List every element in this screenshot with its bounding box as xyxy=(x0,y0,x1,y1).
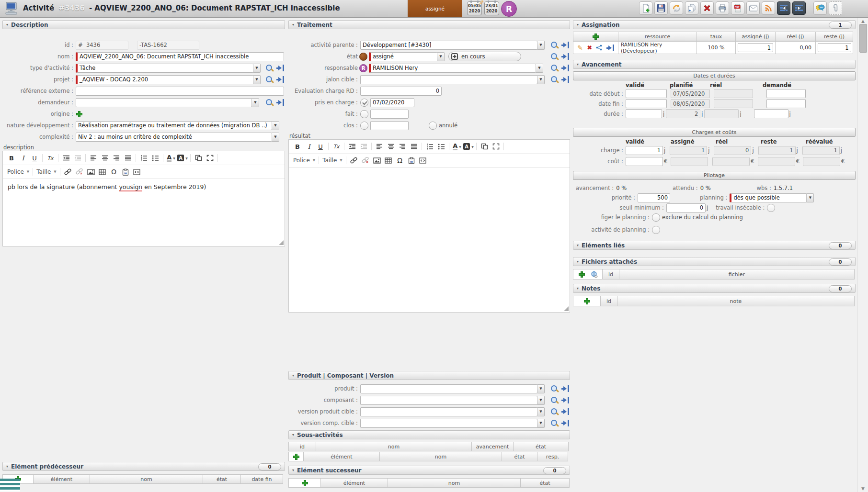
copy-formatting-icon[interactable] xyxy=(479,142,490,151)
italic-icon[interactable]: I xyxy=(18,153,28,163)
add-origin-icon[interactable] xyxy=(76,111,83,118)
collapse-icon[interactable]: ▾ xyxy=(577,243,579,247)
etat-combobox[interactable]: assigné▼ xyxy=(369,52,445,61)
chevron-down-icon[interactable]: ▼ xyxy=(537,396,545,405)
date-debut-valide[interactable] xyxy=(626,89,667,98)
link-globe-icon[interactable] xyxy=(591,271,598,278)
special-char-icon[interactable]: Ω xyxy=(395,156,405,165)
clos-checkbox[interactable] xyxy=(360,122,368,130)
text-color-icon[interactable]: A▼ xyxy=(166,153,176,163)
bg-color-icon[interactable]: A▼ xyxy=(177,153,188,163)
image-icon[interactable] xyxy=(86,167,96,177)
version-produit-combobox[interactable]: ▼ xyxy=(360,407,545,416)
rss-icon[interactable] xyxy=(762,1,775,15)
goto-icon[interactable] xyxy=(561,42,569,48)
collapse-icon[interactable]: ▾ xyxy=(292,433,294,437)
previous-item-icon[interactable] xyxy=(777,1,790,15)
section-elements-lies[interactable]: ▾Eléments liés0 xyxy=(573,241,856,250)
fait-checkbox[interactable] xyxy=(360,110,368,118)
delete-icon[interactable] xyxy=(700,1,714,15)
paste-from-word-icon[interactable]: w xyxy=(120,167,131,177)
add-icon[interactable] xyxy=(293,453,300,460)
description-editor-content[interactable]: pb lors de la signature (abonnement yous… xyxy=(3,179,285,195)
scrollbar-thumb[interactable] xyxy=(859,24,867,53)
print-icon[interactable] xyxy=(716,1,729,15)
evaluation-input[interactable]: 0 xyxy=(360,87,442,96)
indent-increase-icon[interactable] xyxy=(358,142,369,151)
remove-format-icon[interactable]: Tx xyxy=(331,142,342,151)
version-comp-combobox[interactable]: ▼ xyxy=(360,419,545,428)
projet-combobox[interactable]: _AQVIEW - DOCAQ 2.200▼ xyxy=(76,75,261,84)
collapse-icon[interactable]: ▾ xyxy=(292,468,294,472)
text-color-icon[interactable]: A▼ xyxy=(452,142,462,151)
complexite-combobox[interactable]: Niv 2 : au moins un critère de complexit… xyxy=(76,133,279,142)
search-icon[interactable] xyxy=(550,41,559,49)
indent-increase-icon[interactable] xyxy=(72,153,83,163)
vertical-scrollbar[interactable]: ▲ ▼ xyxy=(857,18,868,492)
align-justify-icon[interactable] xyxy=(123,153,133,163)
date-debut-demande[interactable] xyxy=(766,89,806,98)
goto-icon[interactable] xyxy=(561,420,569,426)
maximize-icon[interactable] xyxy=(491,142,501,151)
copy-icon[interactable] xyxy=(685,1,698,15)
chevron-down-icon[interactable]: ▼ xyxy=(251,98,259,107)
annule-checkbox[interactable] xyxy=(429,122,437,130)
search-icon[interactable] xyxy=(550,419,559,427)
align-right-icon[interactable] xyxy=(397,142,408,151)
font-name-select[interactable]: Police▼ xyxy=(293,157,315,164)
search-icon[interactable] xyxy=(265,64,274,72)
align-right-icon[interactable] xyxy=(111,153,122,163)
parente-combobox[interactable]: Développement [#3430]▼ xyxy=(360,41,545,50)
edit-icon[interactable]: ✎ xyxy=(577,45,583,51)
section-avancement[interactable]: ▾Avancement xyxy=(573,60,856,69)
resultat-editor[interactable]: B I U Tx A▼ A▼ xyxy=(288,139,570,313)
seuil-input[interactable]: 0 xyxy=(666,203,706,212)
goto-icon[interactable] xyxy=(561,53,569,60)
collapsed-menu-toggle[interactable] xyxy=(0,479,20,492)
editor-resize-handle[interactable] xyxy=(279,240,284,245)
section-fichiers[interactable]: ▾Fichiers attachés0 xyxy=(573,257,856,266)
search-icon[interactable] xyxy=(550,53,559,61)
section-sous-activites[interactable]: ▾Sous-activités xyxy=(288,430,570,439)
search-icon[interactable] xyxy=(550,396,559,404)
fait-date[interactable] xyxy=(370,110,409,119)
chevron-down-icon[interactable]: ▼ xyxy=(537,384,545,393)
section-produit[interactable]: ▾Produit | Composant | Version xyxy=(288,371,570,380)
add-assignment-icon[interactable] xyxy=(592,33,599,40)
align-left-icon[interactable] xyxy=(88,153,99,163)
assigned-input[interactable]: 1 xyxy=(738,43,773,52)
pdf-icon[interactable]: PDF xyxy=(731,1,744,15)
unlink-icon[interactable] xyxy=(360,156,371,165)
table-icon[interactable] xyxy=(97,167,108,177)
ordered-list-icon[interactable] xyxy=(424,142,435,151)
planning-combobox[interactable]: dès que possible▼ xyxy=(730,193,814,202)
collapse-icon[interactable]: ▾ xyxy=(577,259,579,264)
type-combobox[interactable]: Tâche▼ xyxy=(76,64,261,73)
ordered-list-icon[interactable] xyxy=(138,153,149,163)
collapse-icon[interactable]: ▾ xyxy=(577,62,579,67)
search-icon[interactable] xyxy=(265,99,274,107)
attachment-icon[interactable] xyxy=(829,1,842,15)
collapse-icon[interactable]: ▾ xyxy=(577,286,579,291)
bg-color-icon[interactable]: A▼ xyxy=(463,142,474,151)
duree-demande[interactable] xyxy=(754,109,788,118)
align-center-icon[interactable] xyxy=(100,153,110,163)
refresh-icon[interactable] xyxy=(670,1,683,15)
chevron-down-icon[interactable]: ▼ xyxy=(253,75,261,84)
table-icon[interactable] xyxy=(383,156,394,165)
save-icon[interactable] xyxy=(654,1,668,15)
add-icon[interactable] xyxy=(301,480,308,487)
charge-valide[interactable]: 1 xyxy=(626,146,663,155)
collapse-icon[interactable]: ▾ xyxy=(577,22,579,27)
indent-decrease-icon[interactable] xyxy=(61,153,71,163)
goto-icon[interactable] xyxy=(276,99,284,106)
section-traitement[interactable]: ▾Traitement xyxy=(288,20,570,29)
left-input[interactable]: 1 xyxy=(818,43,851,52)
align-justify-icon[interactable] xyxy=(409,142,419,151)
search-icon[interactable] xyxy=(265,76,274,84)
special-char-icon[interactable]: Ω xyxy=(109,167,119,177)
chevron-down-icon[interactable]: ▼ xyxy=(253,64,261,73)
goto-icon[interactable] xyxy=(561,385,569,392)
goto-icon[interactable] xyxy=(561,397,569,403)
chevron-down-icon[interactable]: ▼ xyxy=(536,64,543,73)
